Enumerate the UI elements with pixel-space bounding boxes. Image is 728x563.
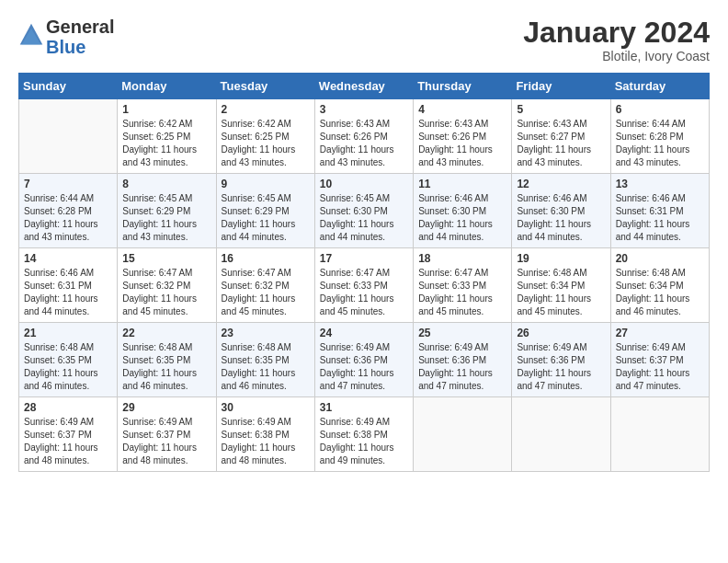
calendar-cell: 27Sunrise: 6:49 AM Sunset: 6:37 PM Dayli… <box>610 323 709 397</box>
calendar-cell: 17Sunrise: 6:47 AM Sunset: 6:33 PM Dayli… <box>314 248 413 323</box>
day-number: 23 <box>222 327 311 339</box>
cell-details: Sunrise: 6:49 AM Sunset: 6:38 PM Dayligh… <box>320 416 409 467</box>
calendar-cell: 14Sunrise: 6:46 AM Sunset: 6:31 PM Dayli… <box>19 248 118 323</box>
day-number: 10 <box>320 178 409 190</box>
cell-details: Sunrise: 6:42 AM Sunset: 6:25 PM Dayligh… <box>222 118 311 169</box>
day-number: 30 <box>222 401 311 414</box>
day-number: 16 <box>222 252 311 265</box>
day-number: 17 <box>320 252 409 265</box>
calendar-cell: 18Sunrise: 6:47 AM Sunset: 6:33 PM Dayli… <box>414 248 512 323</box>
cell-details: Sunrise: 6:48 AM Sunset: 6:35 PM Dayligh… <box>24 341 113 393</box>
cell-details: Sunrise: 6:45 AM Sunset: 6:29 PM Dayligh… <box>222 192 311 244</box>
day-number: 26 <box>517 327 606 339</box>
calendar-cell: 10Sunrise: 6:45 AM Sunset: 6:30 PM Dayli… <box>314 174 413 248</box>
calendar-page: General Blue January 2024 Blotile, Ivory… <box>0 0 728 563</box>
weekday-header-sunday: Sunday <box>19 74 118 99</box>
week-row-4: 21Sunrise: 6:48 AM Sunset: 6:35 PM Dayli… <box>19 323 710 397</box>
weekday-header-saturday: Saturday <box>610 74 709 99</box>
calendar-cell <box>19 99 118 174</box>
calendar-subtitle: Blotile, Ivory Coast <box>523 49 710 63</box>
cell-details: Sunrise: 6:46 AM Sunset: 6:31 PM Dayligh… <box>616 192 705 244</box>
calendar-cell: 12Sunrise: 6:46 AM Sunset: 6:30 PM Dayli… <box>512 174 610 248</box>
cell-details: Sunrise: 6:49 AM Sunset: 6:36 PM Dayligh… <box>517 341 606 393</box>
calendar-cell: 23Sunrise: 6:48 AM Sunset: 6:35 PM Dayli… <box>216 323 314 397</box>
day-number: 19 <box>517 252 606 265</box>
calendar-cell: 5Sunrise: 6:43 AM Sunset: 6:27 PM Daylig… <box>512 99 610 174</box>
calendar-cell: 2Sunrise: 6:42 AM Sunset: 6:25 PM Daylig… <box>216 99 314 174</box>
cell-details: Sunrise: 6:49 AM Sunset: 6:36 PM Dayligh… <box>320 341 409 393</box>
day-number: 1 <box>122 103 211 116</box>
cell-details: Sunrise: 6:49 AM Sunset: 6:38 PM Dayligh… <box>222 416 311 467</box>
day-number: 31 <box>320 401 409 414</box>
cell-details: Sunrise: 6:48 AM Sunset: 6:35 PM Dayligh… <box>122 341 211 393</box>
day-number: 8 <box>122 178 211 190</box>
calendar-cell: 4Sunrise: 6:43 AM Sunset: 6:26 PM Daylig… <box>414 99 512 174</box>
calendar-cell: 22Sunrise: 6:48 AM Sunset: 6:35 PM Dayli… <box>118 323 216 397</box>
logo-text: General Blue <box>46 17 114 57</box>
week-row-3: 14Sunrise: 6:46 AM Sunset: 6:31 PM Dayli… <box>19 248 710 323</box>
calendar-cell: 16Sunrise: 6:47 AM Sunset: 6:32 PM Dayli… <box>216 248 314 323</box>
cell-details: Sunrise: 6:42 AM Sunset: 6:25 PM Dayligh… <box>122 118 211 169</box>
day-number: 7 <box>24 178 113 190</box>
calendar-cell: 3Sunrise: 6:43 AM Sunset: 6:26 PM Daylig… <box>314 99 413 174</box>
weekday-header-thursday: Thursday <box>414 74 512 99</box>
cell-details: Sunrise: 6:45 AM Sunset: 6:29 PM Dayligh… <box>122 192 211 244</box>
day-number: 2 <box>222 103 311 116</box>
day-number: 21 <box>24 327 113 339</box>
day-number: 20 <box>616 252 705 265</box>
header: General Blue January 2024 Blotile, Ivory… <box>18 17 710 63</box>
day-number: 14 <box>24 252 113 265</box>
cell-details: Sunrise: 6:47 AM Sunset: 6:32 PM Dayligh… <box>222 267 311 318</box>
day-number: 3 <box>320 103 409 116</box>
cell-details: Sunrise: 6:46 AM Sunset: 6:31 PM Dayligh… <box>24 267 113 318</box>
weekday-header-monday: Monday <box>118 74 216 99</box>
calendar-cell: 8Sunrise: 6:45 AM Sunset: 6:29 PM Daylig… <box>118 174 216 248</box>
day-number: 4 <box>418 103 507 116</box>
cell-details: Sunrise: 6:49 AM Sunset: 6:37 PM Dayligh… <box>24 416 113 467</box>
calendar-cell: 31Sunrise: 6:49 AM Sunset: 6:38 PM Dayli… <box>314 397 413 472</box>
cell-details: Sunrise: 6:46 AM Sunset: 6:30 PM Dayligh… <box>517 192 606 244</box>
calendar-cell: 13Sunrise: 6:46 AM Sunset: 6:31 PM Dayli… <box>610 174 709 248</box>
day-number: 6 <box>616 103 705 116</box>
calendar-title: January 2024 <box>523 17 710 49</box>
cell-details: Sunrise: 6:45 AM Sunset: 6:30 PM Dayligh… <box>320 192 409 244</box>
day-number: 15 <box>122 252 211 265</box>
day-number: 12 <box>517 178 606 190</box>
calendar-cell: 11Sunrise: 6:46 AM Sunset: 6:30 PM Dayli… <box>414 174 512 248</box>
cell-details: Sunrise: 6:49 AM Sunset: 6:37 PM Dayligh… <box>616 341 705 393</box>
day-number: 27 <box>616 327 705 339</box>
cell-details: Sunrise: 6:43 AM Sunset: 6:26 PM Dayligh… <box>320 118 409 169</box>
calendar-cell: 7Sunrise: 6:44 AM Sunset: 6:28 PM Daylig… <box>19 174 118 248</box>
day-number: 29 <box>122 401 211 414</box>
cell-details: Sunrise: 6:44 AM Sunset: 6:28 PM Dayligh… <box>616 118 705 169</box>
calendar-cell <box>414 397 512 472</box>
day-number: 25 <box>418 327 507 339</box>
logo: General Blue <box>18 17 114 57</box>
calendar-cell <box>610 397 709 472</box>
day-number: 5 <box>517 103 606 116</box>
calendar-cell: 29Sunrise: 6:49 AM Sunset: 6:37 PM Dayli… <box>118 397 216 472</box>
cell-details: Sunrise: 6:47 AM Sunset: 6:33 PM Dayligh… <box>418 267 507 318</box>
title-block: January 2024 Blotile, Ivory Coast <box>523 17 710 63</box>
cell-details: Sunrise: 6:47 AM Sunset: 6:32 PM Dayligh… <box>122 267 211 318</box>
weekday-header-wednesday: Wednesday <box>314 74 413 99</box>
logo-icon <box>18 22 44 48</box>
cell-details: Sunrise: 6:47 AM Sunset: 6:33 PM Dayligh… <box>320 267 409 318</box>
calendar-cell: 24Sunrise: 6:49 AM Sunset: 6:36 PM Dayli… <box>314 323 413 397</box>
day-number: 22 <box>122 327 211 339</box>
cell-details: Sunrise: 6:49 AM Sunset: 6:37 PM Dayligh… <box>122 416 211 467</box>
day-number: 24 <box>320 327 409 339</box>
weekday-header-tuesday: Tuesday <box>216 74 314 99</box>
calendar-table: SundayMondayTuesdayWednesdayThursdayFrid… <box>18 73 710 472</box>
cell-details: Sunrise: 6:48 AM Sunset: 6:34 PM Dayligh… <box>616 267 705 318</box>
week-row-1: 1Sunrise: 6:42 AM Sunset: 6:25 PM Daylig… <box>19 99 710 174</box>
cell-details: Sunrise: 6:48 AM Sunset: 6:34 PM Dayligh… <box>517 267 606 318</box>
cell-details: Sunrise: 6:43 AM Sunset: 6:27 PM Dayligh… <box>517 118 606 169</box>
day-number: 28 <box>24 401 113 414</box>
calendar-cell: 25Sunrise: 6:49 AM Sunset: 6:36 PM Dayli… <box>414 323 512 397</box>
calendar-cell: 15Sunrise: 6:47 AM Sunset: 6:32 PM Dayli… <box>118 248 216 323</box>
logo-blue: Blue <box>46 37 85 57</box>
day-number: 9 <box>222 178 311 190</box>
weekday-header-row: SundayMondayTuesdayWednesdayThursdayFrid… <box>19 74 710 99</box>
calendar-cell: 19Sunrise: 6:48 AM Sunset: 6:34 PM Dayli… <box>512 248 610 323</box>
